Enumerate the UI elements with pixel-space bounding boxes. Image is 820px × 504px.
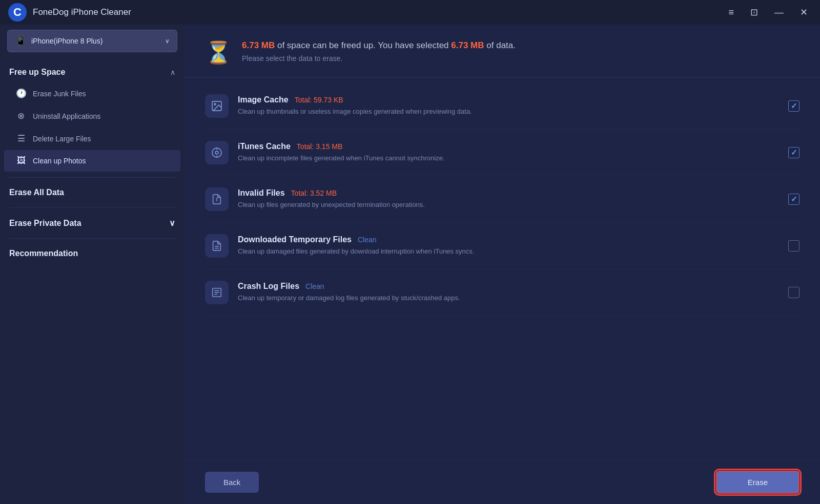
crash-log-size: Clean xyxy=(305,282,324,290)
device-name: iPhone(iPhone 8 Plus) xyxy=(31,37,160,45)
image-cache-desc: Clean up thumbnails or useless image cop… xyxy=(238,107,779,116)
invalid-files-icon xyxy=(205,187,229,211)
downloaded-temp-desc: Clean up damaged files generated by down… xyxy=(238,247,779,256)
crash-log-title-row: Crash Log Files Clean xyxy=(238,282,779,291)
downloaded-temp-checkbox[interactable] xyxy=(788,240,799,251)
crash-log-desc: Clean up temporary or damaged log files … xyxy=(238,293,779,303)
titlebar-controls: ≡ ⊡ — ✕ xyxy=(724,5,812,20)
image-cache-info: Image Cache Total: 59.73 KB Clean up thu… xyxy=(238,95,779,116)
bottom-bar: Back Erase xyxy=(184,460,820,504)
summary-text-2: of data. xyxy=(484,40,516,50)
downloaded-temp-name: Downloaded Temporary Files xyxy=(238,235,352,244)
free-up-space-chevron-icon: ∧ xyxy=(170,68,175,76)
itunes-cache-desc: Clean up incomplete files generated when… xyxy=(238,154,779,163)
sidebar-item-erase-junk[interactable]: 🕐 Erase Junk Files xyxy=(4,82,180,104)
downloaded-temp-title-row: Downloaded Temporary Files Clean xyxy=(238,235,779,244)
sidebar: 📱 iPhone(iPhone 8 Plus) ∨ Free up Space … xyxy=(0,25,184,504)
file-item-downloaded-temp: Downloaded Temporary Files Clean Clean u… xyxy=(205,223,799,269)
free-up-space-header[interactable]: Free up Space ∧ xyxy=(0,60,184,82)
invalid-files-checkbox[interactable] xyxy=(788,194,799,205)
svg-text:C: C xyxy=(13,6,22,18)
app-logo: C xyxy=(8,3,27,22)
content-area: ⏳ 6.73 MB of space can be freed up. You … xyxy=(184,25,820,504)
erase-private-label: Erase Private Data xyxy=(9,219,81,228)
image-cache-name: Image Cache xyxy=(238,95,289,104)
uninstall-apps-icon: ⊗ xyxy=(15,111,27,121)
itunes-cache-info: iTunes Cache Total: 3.15 MB Clean up inc… xyxy=(238,142,779,163)
delete-large-icon: ☰ xyxy=(15,133,27,144)
sidebar-item-cleanup-photos-label: Clean up Photos xyxy=(33,157,86,165)
itunes-cache-name: iTunes Cache xyxy=(238,142,291,151)
image-cache-icon xyxy=(205,94,229,118)
invalid-files-desc: Clean up files generated by unexpected t… xyxy=(238,200,779,209)
sidebar-item-uninstall-label: Uninstall Applications xyxy=(33,112,100,120)
menu-button[interactable]: ≡ xyxy=(724,5,738,20)
crash-log-checkbox[interactable] xyxy=(788,287,799,298)
free-up-space-section: Free up Space ∧ 🕐 Erase Junk Files ⊗ Uni… xyxy=(0,60,184,172)
minimize-button[interactable]: — xyxy=(770,5,788,20)
sidebar-divider-2 xyxy=(9,207,175,208)
sidebar-item-uninstall-apps[interactable]: ⊗ Uninstall Applications xyxy=(4,105,180,127)
crash-log-info: Crash Log Files Clean Clean up temporary… xyxy=(238,282,779,303)
invalid-files-title-row: Invalid Files Total: 3.52 MB xyxy=(238,188,779,198)
cleanup-photos-icon: 🖼 xyxy=(15,156,27,166)
image-cache-title-row: Image Cache Total: 59.73 KB xyxy=(238,95,779,104)
invalid-files-name: Invalid Files xyxy=(238,188,285,198)
crash-log-name: Crash Log Files xyxy=(238,282,299,291)
recommendation-label: Recommendation xyxy=(9,249,78,258)
summary-text-1: of space can be freed up. You have selec… xyxy=(275,40,451,50)
summary-line: 6.73 MB of space can be freed up. You ha… xyxy=(242,39,516,52)
sidebar-divider-3 xyxy=(9,238,175,239)
sidebar-item-erase-all[interactable]: Erase All Data xyxy=(0,181,184,204)
itunes-cache-icon xyxy=(205,141,229,164)
svg-point-5 xyxy=(215,151,218,154)
erase-private-chevron-icon: ∨ xyxy=(169,218,175,228)
invalid-files-info: Invalid Files Total: 3.52 MB Clean up fi… xyxy=(238,188,779,209)
main-layout: 📱 iPhone(iPhone 8 Plus) ∨ Free up Space … xyxy=(0,25,820,504)
erase-junk-icon: 🕐 xyxy=(15,88,27,99)
content-header: ⏳ 6.73 MB of space can be freed up. You … xyxy=(184,25,820,78)
device-selector[interactable]: 📱 iPhone(iPhone 8 Plus) ∨ xyxy=(7,30,177,52)
erase-all-label: Erase All Data xyxy=(9,188,64,197)
downloaded-temp-info: Downloaded Temporary Files Clean Clean u… xyxy=(238,235,779,256)
sidebar-item-cleanup-photos[interactable]: 🖼 Clean up Photos xyxy=(4,150,180,172)
free-up-space-title: Free up Space xyxy=(9,68,65,77)
titlebar: C FoneDog iPhone Cleaner ≡ ⊡ — ✕ xyxy=(0,0,820,25)
selected-amount: 6.73 MB xyxy=(451,40,484,50)
phone-icon: 📱 xyxy=(15,35,26,47)
invalid-files-size: Total: 3.52 MB xyxy=(291,189,337,197)
sidebar-item-recommendation[interactable]: Recommendation xyxy=(0,242,184,265)
sidebar-item-erase-private[interactable]: Erase Private Data ∨ xyxy=(0,211,184,235)
image-cache-checkbox[interactable] xyxy=(788,100,799,112)
close-button[interactable]: ✕ xyxy=(796,5,812,20)
file-item-crash-log: Crash Log Files Clean Clean up temporary… xyxy=(205,269,799,316)
sidebar-item-delete-large[interactable]: ☰ Delete Large Files xyxy=(4,128,180,150)
erase-button[interactable]: Erase xyxy=(716,471,799,494)
file-item-invalid-files: Invalid Files Total: 3.52 MB Clean up fi… xyxy=(205,176,799,223)
downloaded-temp-size: Clean xyxy=(358,236,377,244)
itunes-cache-size: Total: 3.15 MB xyxy=(297,142,343,151)
crash-log-icon xyxy=(205,281,229,304)
app-title: FoneDog iPhone Cleaner xyxy=(33,7,131,17)
subtitle-text: Please select the data to erase. xyxy=(242,54,516,62)
device-chevron-icon: ∨ xyxy=(165,37,170,45)
itunes-cache-checkbox[interactable] xyxy=(788,147,799,158)
file-item-itunes-cache: iTunes Cache Total: 3.15 MB Clean up inc… xyxy=(205,130,799,176)
image-cache-size: Total: 59.73 KB xyxy=(295,96,343,104)
titlebar-left: C FoneDog iPhone Cleaner xyxy=(8,3,131,22)
chat-button[interactable]: ⊡ xyxy=(746,5,762,20)
back-button[interactable]: Back xyxy=(205,472,259,493)
content-header-text: 6.73 MB of space can be freed up. You ha… xyxy=(242,39,516,62)
space-amount: 6.73 MB xyxy=(242,40,275,50)
sidebar-item-delete-large-label: Delete Large Files xyxy=(33,135,91,143)
content-body: Image Cache Total: 59.73 KB Clean up thu… xyxy=(184,78,820,460)
downloaded-temp-icon xyxy=(205,234,229,258)
itunes-cache-title-row: iTunes Cache Total: 3.15 MB xyxy=(238,142,779,151)
sidebar-item-erase-junk-label: Erase Junk Files xyxy=(33,90,86,98)
hourglass-icon: ⏳ xyxy=(205,40,232,65)
sidebar-divider-1 xyxy=(9,177,175,178)
svg-point-3 xyxy=(214,103,216,105)
file-item-image-cache: Image Cache Total: 59.73 KB Clean up thu… xyxy=(205,83,799,130)
